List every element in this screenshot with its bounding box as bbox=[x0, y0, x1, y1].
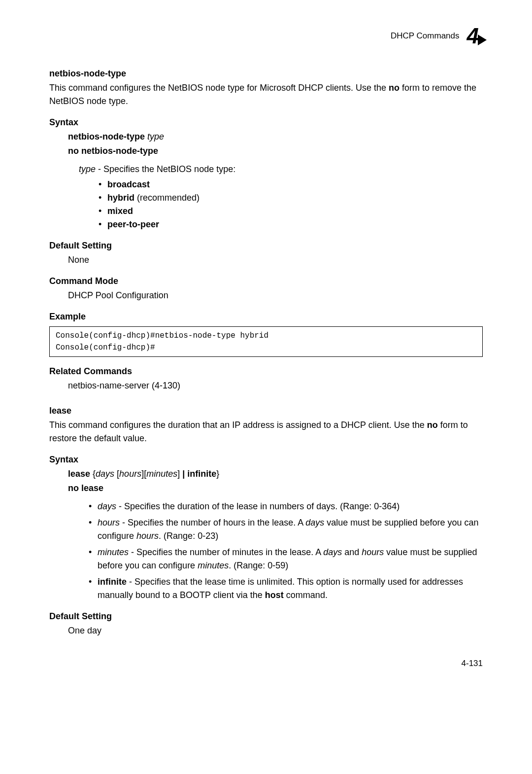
default-setting-value: None bbox=[68, 253, 483, 267]
related-commands-label: Related Commands bbox=[49, 365, 483, 378]
syntax-arg: hours bbox=[119, 469, 141, 479]
param-ref: host bbox=[265, 590, 284, 600]
type-value: mixed bbox=[107, 206, 133, 216]
syntax-punct: { bbox=[90, 469, 96, 479]
type-value: broadcast bbox=[107, 179, 150, 189]
syntax-cmd: lease bbox=[68, 469, 90, 479]
command-description: This command configures the duration tha… bbox=[49, 419, 483, 445]
param-arg: infinite bbox=[98, 577, 127, 587]
param-ref: hours bbox=[136, 531, 159, 541]
no-keyword: no bbox=[427, 420, 438, 430]
param-desc: . (Range: 0-59) bbox=[229, 561, 288, 570]
syntax-arg: type bbox=[147, 132, 164, 141]
param-arg: hours bbox=[98, 518, 120, 528]
syntax-punct: [ bbox=[114, 469, 119, 479]
type-description: type - Specifies the NetBIOS node type: bbox=[79, 163, 483, 176]
header-section-title: DHCP Commands bbox=[391, 30, 460, 42]
default-setting-label: Default Setting bbox=[49, 239, 483, 252]
syntax-line: lease {days [hours][minutes] | infinite} bbox=[68, 467, 483, 481]
param-list: days - Specifies the duration of the lea… bbox=[49, 500, 483, 602]
param-ref: days bbox=[323, 547, 342, 557]
type-value: peer-to-peer bbox=[107, 219, 159, 229]
syntax-line: netbios-node-type type bbox=[68, 130, 483, 143]
list-item: hours - Specifies the number of hours in… bbox=[89, 516, 483, 543]
syntax-line: no netbios-node-type bbox=[68, 144, 483, 158]
param-desc: . (Range: 0-23) bbox=[159, 531, 218, 541]
param-desc: - Specifies the number of minutes in the… bbox=[129, 547, 323, 557]
syntax-arg: days bbox=[96, 469, 114, 479]
page-number: 4-131 bbox=[49, 657, 483, 670]
type-value: hybrid bbox=[107, 193, 134, 203]
command-mode-value: DHCP Pool Configuration bbox=[68, 289, 483, 302]
syntax-keyword: infinite bbox=[187, 469, 216, 479]
param-ref: hours bbox=[362, 547, 384, 557]
example-label: Example bbox=[49, 310, 483, 323]
list-item: minutes - Specifies the number of minute… bbox=[89, 546, 483, 572]
syntax-punct: ] bbox=[177, 469, 182, 479]
arg-desc: - Specifies the NetBIOS node type: bbox=[96, 164, 235, 174]
related-command-value: netbios-name-server (4-130) bbox=[68, 379, 483, 392]
syntax-label: Syntax bbox=[49, 453, 483, 466]
syntax-line: no lease bbox=[68, 482, 483, 495]
list-item: peer-to-peer bbox=[99, 218, 483, 231]
command-mode-label: Command Mode bbox=[49, 275, 483, 288]
list-item: infinite - Specifies that the lease time… bbox=[89, 575, 483, 602]
param-arg: days bbox=[98, 501, 116, 511]
list-item: mixed bbox=[99, 205, 483, 218]
arg-name: type bbox=[79, 164, 96, 174]
desc-text: This command configures the NetBIOS node… bbox=[49, 83, 389, 93]
list-item: broadcast bbox=[99, 178, 483, 191]
syntax-punct: ][ bbox=[141, 469, 146, 479]
syntax-punct: | bbox=[182, 469, 187, 479]
command-title-netbios: netbios-node-type bbox=[49, 67, 483, 80]
no-keyword: no bbox=[389, 83, 399, 93]
default-setting-value: One day bbox=[68, 624, 483, 637]
syntax-arg: minutes bbox=[146, 469, 177, 479]
example-code-block: Console(config-dhcp)#netbios-node-type h… bbox=[49, 326, 483, 357]
chapter-number-icon: 4 bbox=[467, 20, 483, 52]
node-type-list: broadcast hybrid (recommended) mixed pee… bbox=[49, 178, 483, 231]
command-title-lease: lease bbox=[49, 404, 483, 418]
page-header: DHCP Commands 4 bbox=[49, 20, 483, 52]
list-item: hybrid (recommended) bbox=[99, 191, 483, 205]
param-ref: minutes bbox=[198, 561, 229, 570]
param-desc: - Specifies the number of hours in the l… bbox=[120, 518, 305, 528]
param-desc: command. bbox=[284, 590, 328, 600]
param-desc: and bbox=[342, 547, 362, 557]
syntax-label: Syntax bbox=[49, 116, 483, 129]
syntax-cmd: netbios-node-type bbox=[68, 132, 147, 141]
type-note: (recommended) bbox=[134, 193, 200, 203]
param-arg: minutes bbox=[98, 547, 129, 557]
default-setting-label: Default Setting bbox=[49, 610, 483, 623]
param-ref: days bbox=[305, 518, 324, 528]
syntax-punct: } bbox=[216, 469, 219, 479]
param-desc: - Specifies the duration of the lease in… bbox=[116, 501, 399, 511]
command-description: This command configures the NetBIOS node… bbox=[49, 81, 483, 108]
list-item: days - Specifies the duration of the lea… bbox=[89, 500, 483, 513]
desc-text: This command configures the duration tha… bbox=[49, 420, 427, 430]
